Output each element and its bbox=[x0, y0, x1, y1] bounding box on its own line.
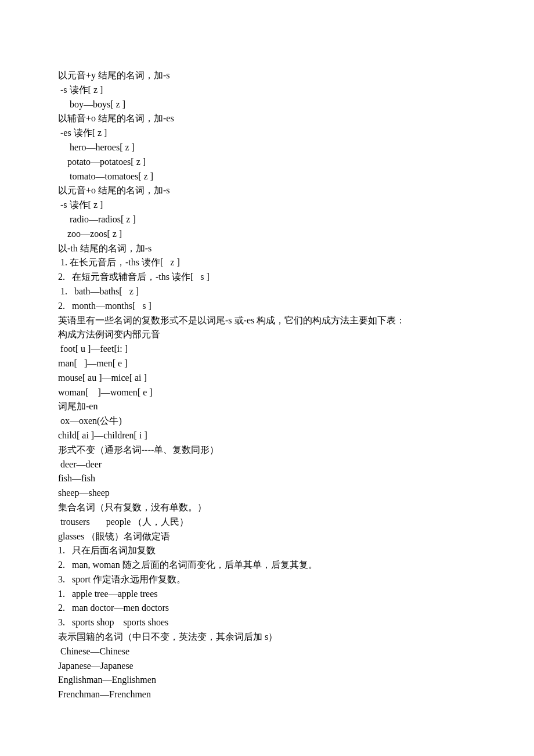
text-line: 3. sports shop sports shoes bbox=[58, 615, 476, 630]
text-line: radio—radios[ z ] bbox=[58, 213, 476, 227]
text-line: trousers people （人，人民） bbox=[58, 515, 476, 530]
text-line: fish—fish bbox=[58, 471, 476, 486]
text-line: boy—boys[ z ] bbox=[58, 98, 476, 112]
text-line: glasses （眼镜）名词做定语 bbox=[58, 530, 476, 544]
text-line: woman[ ]—women[ e ] bbox=[58, 386, 476, 400]
text-line: tomato—tomatoes[ z ] bbox=[58, 170, 476, 184]
text-line: 1. apple tree—apple trees bbox=[58, 587, 476, 602]
text-line: 构成方法例词变内部元音 bbox=[58, 327, 476, 342]
text-line: child[ ai ]—children[ i ] bbox=[58, 429, 476, 443]
text-line: -s 读作[ z ] bbox=[58, 83, 476, 98]
text-line: 以元音+y 结尾的名词，加-s bbox=[58, 69, 476, 83]
text-line: zoo—zoos[ z ] bbox=[58, 227, 476, 242]
text-line: foot[ u ]—feet[i: ] bbox=[58, 342, 476, 357]
text-line: 2. 在短元音或辅音后，-ths 读作[ s ] bbox=[58, 270, 476, 285]
document-page: 以元音+y 结尾的名词，加-s -s 读作[ z ] boy—boys[ z ]… bbox=[0, 0, 534, 756]
text-line: 1. bath—baths[ z ] bbox=[58, 285, 476, 299]
text-line: 以元音+o 结尾的名词，加-s bbox=[58, 183, 476, 198]
text-line: Chinese—Chinese bbox=[58, 645, 476, 659]
text-line: 形式不变（通形名词----单、复数同形） bbox=[58, 443, 476, 458]
text-line: man[ ]—men[ e ] bbox=[58, 357, 476, 371]
text-line: -es 读作[ z ] bbox=[58, 126, 476, 141]
text-line: 2. man, woman 随之后面的名词而变化，后单其单，后复其复。 bbox=[58, 558, 476, 573]
text-line: Englishman—Englishmen bbox=[58, 673, 476, 687]
text-line: 3. sport 作定语永远用作复数。 bbox=[58, 573, 476, 587]
text-line: potato—potatoes[ z ] bbox=[58, 155, 476, 170]
text-line: Frenchman—Frenchmen bbox=[58, 687, 476, 702]
text-line: ox—oxen(公牛) bbox=[58, 414, 476, 429]
text-line: Japanese—Japanese bbox=[58, 659, 476, 674]
text-line: 以-th 结尾的名词，加-s bbox=[58, 242, 476, 256]
text-line: sheep—sheep bbox=[58, 486, 476, 501]
text-line: 英语里有一些名词的复数形式不是以词尾-s 或-es 构成，它们的构成方法主要如下… bbox=[58, 314, 476, 328]
text-line: hero—heroes[ z ] bbox=[58, 141, 476, 155]
text-line: 2. man doctor—men doctors bbox=[58, 601, 476, 615]
text-line: 2. month—months[ s ] bbox=[58, 299, 476, 314]
text-line: 词尾加-en bbox=[58, 399, 476, 414]
text-line: deer—deer bbox=[58, 458, 476, 472]
text-line: 以辅音+o 结尾的名词，加-es bbox=[58, 111, 476, 126]
text-line: 1. 只在后面名词加复数 bbox=[58, 543, 476, 558]
text-line: 表示国籍的名词（中日不变，英法变，其余词后加 s） bbox=[58, 630, 476, 645]
text-line: mouse[ au ]—mice[ ai ] bbox=[58, 371, 476, 386]
text-line: 集合名词（只有复数，没有单数。） bbox=[58, 501, 476, 515]
text-line: 1. 在长元音后，-ths 读作[ z ] bbox=[58, 255, 476, 270]
text-line: -s 读作[ z ] bbox=[58, 198, 476, 213]
